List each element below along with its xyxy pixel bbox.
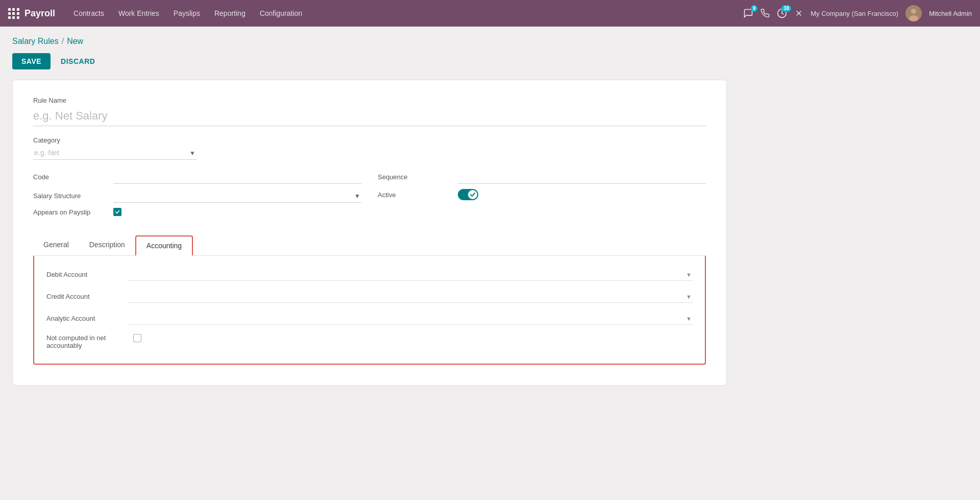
breadcrumb-parent[interactable]: Salary Rules	[12, 37, 59, 46]
user-avatar[interactable]	[905, 5, 922, 21]
menu-configuration[interactable]: Configuration	[254, 6, 308, 20]
toggle-knob	[468, 190, 477, 199]
category-select-wrap: e.g. Net ▼	[33, 146, 197, 160]
form-tabs: General Description Accounting	[33, 235, 706, 256]
svg-point-4	[911, 9, 916, 14]
rule-name-field: Rule Name	[33, 97, 706, 126]
save-button[interactable]: SAVE	[12, 53, 51, 69]
rule-name-input[interactable]	[33, 106, 706, 126]
active-toggle[interactable]	[458, 189, 478, 200]
menu-payslips[interactable]: Payslips	[167, 6, 206, 20]
svg-point-5	[909, 15, 918, 21]
company-name: My Company (San Francisco)	[811, 10, 898, 17]
sequence-row: Sequence 5	[378, 170, 706, 184]
settings-button[interactable]	[794, 9, 803, 18]
menu-work-entries[interactable]: Work Entries	[112, 6, 165, 20]
rule-name-label: Rule Name	[33, 97, 706, 104]
credit-account-input[interactable]	[128, 290, 693, 303]
credit-account-input-wrap: ▼	[128, 290, 693, 303]
analytic-account-input[interactable]	[128, 312, 693, 325]
analytic-account-row: Analytic Account ▼	[46, 312, 693, 325]
not-computed-row: Not computed in net accountably	[46, 334, 693, 349]
credit-account-label: Credit Account	[46, 293, 128, 300]
code-row: Code	[33, 170, 361, 184]
top-navigation: Payroll Contracts Work Entries Payslips …	[0, 0, 980, 27]
debit-account-label: Debit Account	[46, 271, 128, 278]
tab-description[interactable]: Description	[79, 235, 135, 256]
menu-contracts[interactable]: Contracts	[67, 6, 110, 20]
discard-button[interactable]: DISCARD	[55, 53, 101, 69]
active-row: Active	[378, 189, 706, 200]
code-block: Code Salary Structure ▼ Appears on	[33, 170, 361, 221]
salary-structure-row: Salary Structure ▼	[33, 189, 361, 203]
sequence-input-wrap: 5	[458, 170, 706, 184]
page-content: Salary Rules / New SAVE DISCARD Rule Nam…	[0, 27, 980, 396]
chat-badge: 9	[751, 5, 758, 12]
debit-account-row: Debit Account ▼	[46, 268, 693, 281]
breadcrumb: Salary Rules / New	[12, 37, 968, 46]
breadcrumb-current: New	[67, 37, 83, 46]
category-field: Category e.g. Net ▼	[33, 136, 197, 160]
not-computed-checkbox[interactable]	[133, 334, 141, 342]
sequence-input[interactable]: 5	[458, 170, 706, 184]
salary-structure-select-wrap: ▼	[113, 189, 361, 203]
menu-reporting[interactable]: Reporting	[208, 6, 252, 20]
activity-button[interactable]: 38	[777, 8, 787, 18]
category-select[interactable]: e.g. Net	[33, 146, 197, 160]
appears-on-payslip-checkbox[interactable]	[113, 208, 121, 216]
code-input-wrap	[113, 170, 361, 184]
app-name: Payroll	[24, 8, 55, 19]
grid-icon	[8, 8, 19, 19]
code-sequence-row: Code Salary Structure ▼ Appears on	[33, 170, 706, 221]
tab-general[interactable]: General	[33, 235, 79, 256]
form-card: Rule Name Category e.g. Net ▼ Code	[12, 80, 727, 386]
accounting-section: Debit Account ▼ Credit Account ▼ Analyti…	[33, 256, 706, 365]
brand[interactable]: Payroll	[8, 8, 55, 19]
tab-accounting[interactable]: Accounting	[135, 235, 193, 256]
not-computed-label: Not computed in net accountably	[46, 334, 128, 349]
nav-right: 9 38 My Company (San Francisco) Mitchell…	[743, 5, 972, 21]
username[interactable]: Mitchell Admin	[929, 10, 972, 17]
sequence-active-block: Sequence 5 Active	[378, 170, 706, 221]
active-label: Active	[378, 191, 452, 199]
analytic-account-input-wrap: ▼	[128, 312, 693, 325]
sequence-label: Sequence	[378, 173, 452, 181]
analytic-account-label: Analytic Account	[46, 315, 128, 322]
salary-structure-label: Salary Structure	[33, 192, 107, 200]
code-input[interactable]	[113, 170, 361, 184]
appears-on-payslip-row: Appears on Payslip	[33, 208, 361, 216]
salary-structure-select[interactable]	[113, 189, 361, 203]
phone-button[interactable]	[761, 9, 770, 18]
chat-button[interactable]: 9	[743, 8, 753, 18]
form-toolbar: SAVE DISCARD	[12, 53, 968, 69]
debit-account-input-wrap: ▼	[128, 268, 693, 281]
main-menu: Contracts Work Entries Payslips Reportin…	[67, 6, 743, 20]
appears-on-payslip-label: Appears on Payslip	[33, 208, 107, 216]
credit-account-row: Credit Account ▼	[46, 290, 693, 303]
code-label: Code	[33, 173, 107, 181]
activity-badge: 38	[781, 5, 791, 12]
debit-account-input[interactable]	[128, 268, 693, 281]
category-label: Category	[33, 136, 197, 144]
breadcrumb-separator: /	[62, 37, 64, 46]
